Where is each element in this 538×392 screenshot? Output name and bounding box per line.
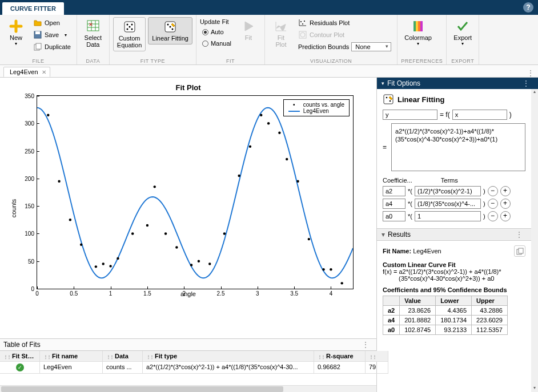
coef-row: *( ) − +	[383, 199, 525, 209]
add-coef-button[interactable]: +	[500, 199, 511, 209]
coef-name-input[interactable]	[383, 186, 405, 196]
coef-term-input[interactable]	[415, 186, 481, 196]
copy-results-button[interactable]	[514, 245, 525, 257]
y-axis-label: counts	[10, 199, 17, 217]
tof-col-type[interactable]: Fit type	[143, 351, 314, 362]
coef-term-input[interactable]	[415, 199, 481, 209]
plot-area: Fit Plot counts •counts vs. angle Leg4Ev…	[0, 78, 376, 338]
svg-point-34	[154, 185, 156, 188]
fit-options-header[interactable]: ▾Fit Options ⋮	[377, 78, 538, 89]
app-tab[interactable]: CURVE FITTER	[2, 2, 64, 15]
update-fit-label: Update Fit	[200, 18, 234, 25]
colormap-button[interactable]: Colormap ▾	[401, 17, 435, 49]
title-bar: CURVE FITTER ?	[0, 0, 538, 15]
results-row: a4201.8882180.1734223.6029	[383, 316, 508, 325]
svg-point-33	[146, 224, 148, 227]
fittype-group-label: FIT TYPE	[113, 58, 192, 64]
svg-point-32	[131, 232, 134, 235]
auto-radio[interactable]: Auto	[200, 27, 234, 37]
tof-cell-rsq[interactable]: 0.96682	[314, 362, 366, 374]
tof-cell-name[interactable]: Leg4Even	[40, 362, 103, 374]
add-coef-button[interactable]: +	[500, 186, 511, 196]
plus-icon	[9, 19, 23, 33]
tof-cell-state[interactable]: ✓	[0, 362, 40, 374]
tof-col-name[interactable]: Fit name	[40, 351, 103, 362]
x-var-input[interactable]	[452, 110, 507, 120]
svg-rect-3	[36, 43, 41, 49]
equation-box[interactable]: a2*((1/2)*(3*cos(x)^2-1))+a4*((1/8)*(35*…	[391, 123, 525, 171]
tof-col-state[interactable]: Fit State	[0, 351, 40, 362]
manual-radio[interactable]: Manual	[200, 39, 234, 48]
fit-button: Fit	[236, 17, 261, 43]
dice-pencil-icon	[383, 94, 394, 105]
remove-coef-button[interactable]: −	[488, 186, 498, 196]
plot-legend[interactable]: •counts vs. angle Leg4Even	[283, 99, 350, 116]
document-tabstrip: Leg4Even ✕ ⋮	[0, 65, 538, 78]
svg-rect-22	[418, 21, 420, 31]
tof-col-rsq[interactable]: R-square	[314, 351, 366, 362]
duplicate-button[interactable]: Duplicate	[31, 41, 73, 52]
custom-equation-button[interactable]: Custom Equation	[113, 17, 146, 51]
svg-point-16	[302, 23, 303, 25]
viz-group-label: VISUALIZATION	[268, 58, 394, 64]
svg-point-17	[304, 21, 305, 22]
svg-point-35	[164, 232, 167, 235]
dice-icon	[123, 20, 136, 34]
close-tab-icon[interactable]: ✕	[42, 69, 46, 75]
svg-point-12	[167, 24, 169, 26]
svg-point-51	[341, 282, 343, 284]
save-button[interactable]: Save ▾	[31, 29, 73, 41]
file-group-label: FILE	[3, 58, 73, 64]
svg-point-45	[278, 132, 280, 134]
svg-point-14	[170, 26, 171, 28]
coef-term-input[interactable]	[415, 211, 481, 221]
residuals-plot-button[interactable]: Residuals Plot	[296, 17, 394, 29]
svg-point-42	[249, 146, 251, 148]
document-tab[interactable]: Leg4Even ✕	[3, 67, 50, 77]
export-group-label: EXPORT	[450, 58, 475, 64]
coef-name-input[interactable]	[383, 211, 405, 221]
svg-rect-20	[413, 21, 416, 31]
open-button[interactable]: Open	[31, 17, 73, 29]
svg-point-44	[267, 122, 270, 124]
tof-menu[interactable]: ⋮	[362, 341, 370, 349]
data-group-label: DATA	[81, 58, 106, 64]
tof-col-extra[interactable]	[366, 351, 388, 362]
fit-group-label: FIT	[200, 58, 261, 64]
results-header[interactable]: ▾Results ⋮	[377, 228, 531, 241]
linear-fitting-button[interactable]: Linear Fitting	[148, 17, 192, 45]
tof-cell-type[interactable]: a2*((1/2)*(3*cos(x)^2-1)) + a4*((1/8)*(3…	[143, 362, 314, 374]
table-icon	[86, 19, 100, 33]
remove-coef-button[interactable]: −	[488, 199, 498, 209]
tof-cell-data[interactable]: counts ...	[103, 362, 143, 374]
fit-plot-button: Fit Plot	[268, 17, 294, 50]
contour-icon	[298, 30, 307, 39]
svg-point-27	[80, 244, 82, 246]
prediction-bounds-dropdown[interactable]: None	[351, 42, 391, 51]
tof-col-data[interactable]: Data	[103, 351, 143, 362]
svg-point-48	[308, 238, 310, 240]
tof-hscroll[interactable]	[0, 385, 376, 392]
y-var-input[interactable]	[383, 110, 437, 120]
svg-point-6	[126, 24, 128, 26]
folder-icon	[33, 18, 42, 27]
x-axis-label: angle	[6, 290, 371, 297]
svg-rect-21	[416, 21, 418, 31]
play-icon	[242, 19, 255, 33]
remove-coef-button[interactable]: −	[488, 211, 498, 221]
right-vscroll[interactable]: ▴ ▾	[531, 89, 538, 392]
plot-box[interactable]: •counts vs. angle Leg4Even 0501001502002…	[37, 95, 354, 289]
coef-name-input[interactable]	[383, 199, 405, 209]
svg-point-8	[126, 29, 128, 30]
svg-point-50	[330, 268, 332, 270]
select-data-button[interactable]: Select Data	[81, 17, 106, 50]
svg-point-9	[131, 29, 133, 30]
new-button[interactable]: New ▾	[3, 17, 29, 49]
tab-menu-button[interactable]: ⋮	[527, 69, 535, 77]
check-icon	[456, 19, 469, 33]
svg-point-36	[175, 246, 178, 248]
add-coef-button[interactable]: +	[500, 211, 511, 221]
export-button[interactable]: Export ▾	[450, 17, 475, 49]
help-button[interactable]: ?	[523, 2, 533, 13]
svg-point-31	[117, 257, 119, 260]
